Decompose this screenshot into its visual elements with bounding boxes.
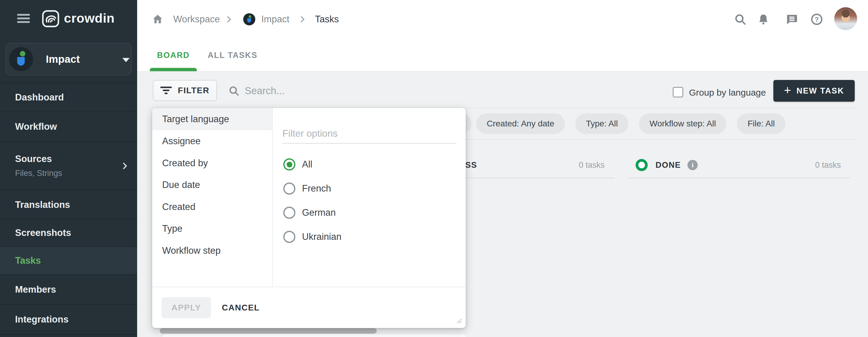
tab-board[interactable]: BOARD (150, 39, 197, 71)
sidebar-item-label: Dashboard (15, 92, 137, 103)
tab-label: BOARD (157, 51, 190, 60)
filter-options-pane: All French German Ukrainian (273, 108, 466, 287)
chevron-down-icon (122, 58, 130, 62)
crowdin-wordmark[interactable]: crowdin (64, 11, 115, 26)
project-name: Impact (46, 43, 80, 76)
filter-options-search-input[interactable] (282, 124, 457, 144)
radio-label: All (302, 159, 312, 170)
filter-category-created[interactable]: Created (152, 196, 272, 218)
chevron-right-icon (120, 161, 129, 172)
sidebar-item-workflow[interactable]: Workflow (0, 112, 137, 141)
sidebar-item-sources[interactable]: Sources Files, Strings (0, 141, 137, 190)
user-avatar[interactable] (834, 7, 857, 30)
sidebar-item-screenshots[interactable]: Screenshots (0, 219, 137, 246)
column-task-count: 0 tasks (815, 161, 850, 170)
filter-category-list: Target language Assignee Created by Due … (152, 108, 273, 287)
sidebar-item-label: Screenshots (15, 227, 137, 238)
radio-selected-icon (283, 159, 296, 170)
column-title: DONE (655, 161, 681, 170)
group-by-language-checkbox[interactable] (673, 87, 683, 97)
chevron-right-icon (299, 0, 307, 38)
sidebar-item-label: Members (15, 284, 137, 295)
notifications-bell-icon[interactable] (757, 0, 770, 38)
cancel-button[interactable]: CANCEL (222, 303, 260, 313)
hamburger-menu-icon[interactable] (17, 14, 30, 24)
tab-all-tasks[interactable]: ALL TASKS (208, 39, 257, 71)
radio-label: Ukrainian (302, 231, 341, 242)
sidebar-item-label: Tasks (15, 255, 137, 266)
column-title-fragment: SS (465, 161, 477, 170)
project-logo-icon (243, 0, 255, 38)
view-tabs: BOARD ALL TASKS (150, 39, 257, 71)
sidebar-item-partial (0, 334, 137, 337)
radio-icon (283, 231, 296, 243)
sidebar-item-label: Workflow (15, 121, 137, 132)
sidebar-item-tasks[interactable]: Tasks (0, 246, 137, 274)
new-task-label: NEW TASK (797, 86, 844, 96)
search-icon[interactable] (734, 0, 747, 38)
sidebar-item-dashboard[interactable]: Dashboard (0, 82, 137, 112)
sidebar-item-label: Translations (15, 199, 137, 210)
filter-chip-file[interactable]: File: All (737, 113, 785, 134)
breadcrumb-workspace[interactable]: Workspace (173, 0, 220, 38)
filter-button[interactable]: FILTER (153, 80, 217, 101)
info-icon[interactable]: i (687, 160, 698, 170)
radio-option-ukrainian[interactable]: Ukrainian (273, 225, 466, 249)
home-icon[interactable] (152, 0, 164, 38)
filter-button-label: FILTER (178, 86, 210, 95)
top-header: Workspace Impact Tasks ? BOARD ALL TASKS (137, 0, 868, 72)
breadcrumb-current-page: Tasks (315, 0, 339, 38)
horizontal-scrollbar-thumb[interactable] (160, 328, 377, 334)
project-logo-icon (9, 47, 33, 73)
crowdin-logo-icon[interactable] (42, 10, 59, 29)
radio-option-all[interactable]: All (273, 152, 466, 176)
new-task-button[interactable]: + NEW TASK (773, 80, 855, 102)
sidebar-item-members[interactable]: Members (0, 274, 137, 304)
radio-label: French (302, 183, 331, 194)
apply-button[interactable]: APPLY (161, 297, 211, 318)
filter-category-type[interactable]: Type (152, 218, 272, 240)
filter-category-target-language[interactable]: Target language (152, 108, 272, 130)
filter-panel-footer: APPLY CANCEL (152, 287, 466, 328)
filter-panel: Target language Assignee Created by Due … (152, 108, 466, 328)
radio-icon (283, 207, 296, 219)
breadcrumb-project[interactable]: Impact (261, 0, 289, 38)
sidebar-nav: Dashboard Workflow Sources Files, String… (0, 82, 137, 337)
plus-icon: + (784, 84, 791, 96)
filter-chip-workflow-step[interactable]: Workflow step: All (639, 113, 726, 134)
task-search-input[interactable] (245, 83, 413, 99)
sidebar-item-translations[interactable]: Translations (0, 190, 137, 219)
help-icon[interactable]: ? (810, 0, 824, 38)
sidebar-item-integrations[interactable]: Integrations (0, 304, 137, 334)
board-card-edge (163, 334, 466, 337)
filter-category-assignee[interactable]: Assignee (152, 130, 272, 152)
sidebar-item-subtitle: Files, Strings (15, 169, 137, 178)
done-status-circle-icon (636, 159, 648, 171)
radio-option-french[interactable]: French (273, 176, 466, 201)
filter-category-due-date[interactable]: Due date (152, 174, 272, 196)
radio-option-german[interactable]: German (273, 201, 466, 225)
resize-handle[interactable] (454, 315, 463, 326)
filter-category-workflow-step[interactable]: Workflow step (152, 240, 272, 262)
filter-chip-created[interactable]: Created: Any date (476, 113, 565, 134)
chevron-right-icon (225, 0, 233, 38)
board-column-done: DONE i 0 tasks (629, 152, 850, 178)
radio-icon (283, 182, 296, 195)
sidebar-item-label: Integrations (15, 314, 137, 325)
filter-category-created-by[interactable]: Created by (152, 152, 272, 174)
search-icon (228, 85, 240, 98)
column-task-count: 0 tasks (579, 161, 614, 170)
group-by-language-label[interactable]: Group by language (689, 87, 766, 98)
radio-label: German (302, 207, 336, 218)
sidebar: crowdin Impact Dashboard Workflow Source… (0, 0, 137, 337)
active-tab-indicator (150, 68, 197, 71)
svg-text:?: ? (815, 16, 818, 23)
filter-chip-type[interactable]: Type: All (575, 113, 628, 134)
sidebar-item-label: Sources (15, 153, 137, 164)
tab-label: ALL TASKS (208, 51, 257, 60)
filter-icon (160, 87, 172, 94)
messages-icon[interactable] (785, 0, 798, 38)
active-filter-chips: Created: Any date Type: All Workflow ste… (476, 113, 785, 134)
